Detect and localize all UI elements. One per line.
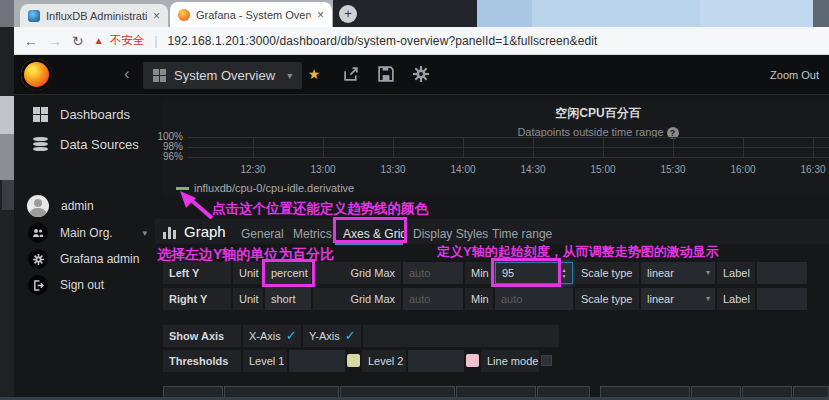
x-axis-toggle[interactable]: X-Axis✓: [243, 325, 301, 347]
unit-label: Unit: [233, 288, 263, 310]
tab-display-styles[interactable]: Display Styles: [413, 227, 488, 241]
tab-time-range[interactable]: Time range: [492, 227, 552, 241]
new-tab-button[interactable]: +: [339, 5, 357, 23]
panel-type-label: Graph: [184, 223, 226, 240]
gridline-vertical: [253, 137, 254, 158]
settings-gear-icon[interactable]: [413, 66, 429, 82]
desktop-edge: [0, 0, 14, 400]
stepper-down-icon[interactable]: ▼: [562, 273, 567, 279]
series-color-swatch[interactable]: [176, 187, 189, 190]
tab-metrics[interactable]: Metrics: [293, 227, 332, 241]
desktop-patch: [0, 96, 14, 134]
dashboard-title-dropdown[interactable]: System Overview ▾: [143, 62, 302, 89]
tabbar-dark-area: +: [333, 0, 477, 27]
level2-color-swatch[interactable]: [466, 354, 479, 367]
desktop-patch: [0, 134, 14, 180]
tab-title: Grafana - System Overview: [196, 9, 311, 21]
gridline-horizontal: [188, 137, 829, 138]
gridline-vertical: [743, 137, 744, 158]
show-axis-row: Show Axis X-Axis✓ Y-Axis✓: [163, 325, 559, 347]
level2-input[interactable]: [408, 350, 464, 372]
scale-type-select[interactable]: linear ▾: [641, 262, 715, 284]
gridline-horizontal: [188, 157, 829, 158]
close-tab-icon[interactable]: ×: [153, 10, 160, 22]
influxdb-favicon-icon: [28, 10, 40, 22]
sidebar-item-label: Main Org.: [60, 226, 113, 240]
star-dashboard-icon[interactable]: ★: [306, 66, 322, 82]
scale-type-label: Scale type: [575, 262, 639, 284]
min-input[interactable]: [495, 288, 573, 310]
admin-gear-icon: [28, 249, 48, 269]
gridline-vertical: [323, 137, 324, 158]
share-icon[interactable]: [343, 66, 359, 82]
show-axis-label: Show Axis: [163, 325, 241, 347]
zoom-out-button[interactable]: Zoom Out: [770, 69, 819, 81]
axis-label-input[interactable]: [757, 262, 807, 284]
grafana-logo-icon[interactable]: [21, 59, 52, 90]
grid-max-input[interactable]: [403, 288, 463, 310]
back-icon[interactable]: ←: [24, 34, 38, 48]
axis-label-label: Label: [717, 288, 755, 310]
unit-value-dropdown[interactable]: short: [265, 288, 311, 310]
security-warning-icon: ▲: [94, 35, 104, 46]
sidebar-item-data-sources[interactable]: Data Sources: [14, 132, 155, 156]
gridline-vertical: [673, 137, 674, 158]
gridline-vertical: [393, 137, 394, 158]
x-axis-tick: 14:30: [513, 164, 553, 175]
browser-tab-grafana[interactable]: Grafana - System Overview ×: [170, 2, 332, 27]
dashboard-grid-icon: [153, 69, 166, 82]
y-axis-tick: 96%: [140, 151, 183, 162]
forward-icon[interactable]: →: [48, 34, 62, 48]
dashboard-title: System Overview: [174, 68, 275, 83]
left-y-label: Left Y: [163, 262, 231, 284]
level1-input[interactable]: [289, 350, 345, 372]
gridline-vertical: [533, 137, 534, 158]
level1-label: Level 1: [243, 350, 287, 372]
axis-label-input[interactable]: [757, 288, 807, 310]
checkmark-icon: ✓: [345, 328, 356, 343]
collapse-sidebar-icon[interactable]: ‹: [124, 64, 130, 84]
line-mode-label: Line mode: [481, 350, 539, 372]
sidebar-item-dashboards[interactable]: Dashboards: [14, 102, 155, 126]
annotation-min-note: 定义Y轴的起始刻度，从而调整走势图的激动显示: [437, 243, 719, 261]
sign-out-icon: [28, 275, 48, 295]
level1-color-swatch[interactable]: [347, 354, 360, 367]
tab-general[interactable]: General: [241, 227, 284, 241]
scale-type-select[interactable]: linear ▾: [641, 288, 715, 310]
sidebar-item-admin[interactable]: admin: [14, 194, 155, 218]
database-icon: [33, 137, 48, 152]
sidebar-item-sign-out[interactable]: Sign out: [14, 273, 155, 297]
graph-panel-icon: [163, 227, 179, 239]
sidebar-item-grafana-admin[interactable]: Grafana admin: [14, 247, 155, 271]
address-bar[interactable]: 192.168.1.201:3000/dashboard/db/system-o…: [168, 34, 598, 48]
security-warning-label[interactable]: 不安全: [110, 33, 145, 48]
url-separator: |: [154, 33, 157, 48]
grafana-favicon-icon: [178, 9, 190, 21]
sidebar: Dashboards Data Sources admin Main Org. …: [14, 95, 155, 400]
background-band: [477, 0, 532, 27]
sidebar-item-main-org[interactable]: Main Org. ▾: [14, 221, 155, 245]
save-icon[interactable]: [378, 66, 394, 82]
background-band: [700, 0, 813, 27]
x-axis-tick: 13:30: [373, 164, 413, 175]
grid-max-input[interactable]: [403, 262, 463, 284]
close-tab-icon[interactable]: ×: [317, 9, 324, 21]
annotation-box-min: [491, 258, 561, 287]
annotation-box-percent: [262, 259, 315, 287]
scale-type-value: linear: [647, 267, 674, 279]
sidebar-item-label: Dashboards: [60, 107, 130, 122]
x-axis-label: X-Axis: [249, 330, 281, 342]
series-label[interactable]: influxdb/cpu-0/cpu-idle.derivative: [194, 182, 354, 194]
y-axis-toggle[interactable]: Y-Axis✓: [303, 325, 361, 347]
panel-title[interactable]: 空闲CPU百分百: [163, 105, 829, 122]
gridline-vertical: [603, 137, 604, 158]
x-axis-tick: 12:30: [233, 164, 273, 175]
dashboards-icon: [33, 107, 48, 122]
line-mode-checkbox[interactable]: [541, 355, 552, 366]
browser-tab-influxdb[interactable]: InfluxDB Administration ×: [20, 4, 168, 27]
grid-max-label: Grid Max: [313, 288, 401, 310]
x-axis-tick: 16:00: [723, 164, 763, 175]
reload-icon[interactable]: ↻: [72, 34, 84, 48]
unit-label: Unit: [233, 262, 263, 284]
annotation-box-axes-grid: [333, 217, 407, 243]
